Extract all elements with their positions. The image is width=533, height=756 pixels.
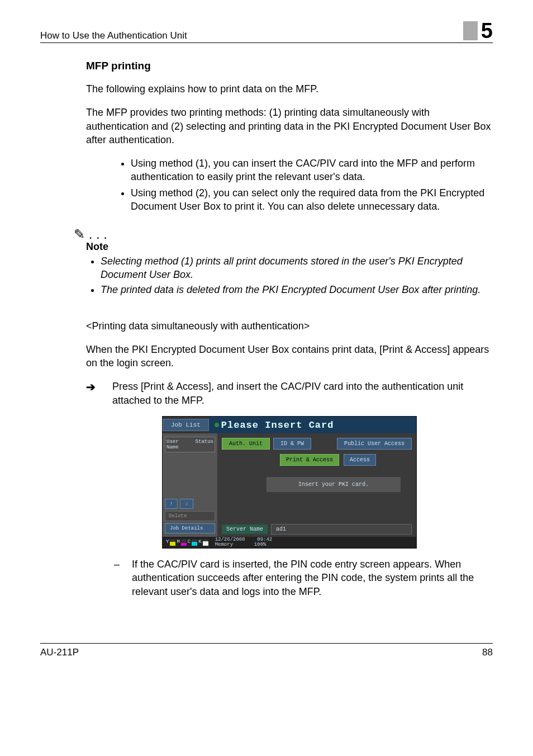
toner-y-icon	[170, 539, 175, 546]
toner-m-label: M	[177, 539, 179, 546]
note-label: Note	[86, 241, 493, 253]
access-button[interactable]: Access	[344, 454, 376, 466]
scroll-up-button[interactable]: ↑	[165, 499, 178, 509]
substep-row: – If the CAC/PIV card is inserted, the P…	[114, 557, 493, 598]
tab-public-access[interactable]: Public User Access	[337, 438, 412, 450]
col-status: Status	[196, 439, 213, 450]
substep-text: If the CAC/PIV card is inserted, the PIN…	[132, 557, 493, 598]
step-text: Press [Print & Access], and insert the C…	[112, 380, 493, 407]
paragraph: When the PKI Encrypted Document User Box…	[86, 343, 493, 370]
mfp-screenshot: Job List Please Insert Card UserName Sta…	[162, 416, 417, 549]
toner-m-icon	[181, 539, 187, 546]
dash-icon: –	[114, 557, 120, 598]
mfp-sidebar: UserName Status ↑ ↓ Delete Job Details	[163, 433, 217, 537]
job-details-button[interactable]: Job Details	[165, 523, 215, 533]
server-name-value[interactable]: ad1	[271, 524, 412, 535]
toner-k-label: K	[198, 539, 201, 546]
footer-model: AU-211P	[40, 647, 79, 658]
insert-card-message: Insert your PKI card.	[266, 477, 401, 492]
toner-levels: Y M C K	[163, 539, 212, 546]
bullet-item: Using method (2), you can select only th…	[131, 186, 493, 214]
bullet-list: Using method (1), you can insert the CAC…	[86, 157, 493, 213]
section-heading: MFP printing	[86, 60, 493, 72]
toner-c-icon	[192, 539, 197, 546]
chapter-number: 5	[481, 20, 493, 41]
toner-c-label: C	[188, 539, 191, 546]
subheading: <Printing data simultaneously with authe…	[86, 319, 493, 333]
arrow-icon: ➔	[86, 380, 96, 407]
scroll-down-button[interactable]: ↓	[180, 499, 193, 509]
page-footer: AU-211P 88	[40, 643, 493, 658]
col-user: UserName	[166, 439, 179, 450]
mfp-title: Please Insert Card	[209, 417, 416, 433]
toner-k-icon	[203, 539, 208, 546]
footer-datetime: 12/26/2008 09:42 Memory 100%	[212, 537, 276, 547]
job-list-tab[interactable]: Job List	[163, 419, 209, 431]
print-access-button[interactable]: Print & Access	[280, 454, 339, 466]
toner-y-label: Y	[166, 539, 169, 546]
bullet-item: Using method (1), you can insert the CAC…	[131, 157, 493, 184]
note-item: Selecting method (1) prints all print do…	[101, 255, 493, 281]
note-list: Selecting method (1) prints all print do…	[86, 255, 493, 296]
delete-button[interactable]: Delete	[165, 511, 215, 521]
tab-auth-unit[interactable]: Auth. Unit	[222, 438, 270, 450]
footer-page: 88	[482, 647, 493, 658]
tab-id-pw[interactable]: ID & PW	[273, 438, 311, 450]
header-title: How to Use the Authentication Unit	[40, 30, 187, 41]
server-name-label: Server Name	[222, 525, 268, 534]
note-icon: ✎ . . .	[74, 226, 493, 242]
note-item: The printed data is deleted from the PKI…	[101, 284, 493, 296]
header-band	[463, 21, 478, 40]
page-header: How to Use the Authentication Unit 5	[40, 20, 493, 43]
step-row: ➔ Press [Print & Access], and insert the…	[86, 380, 493, 407]
paragraph: The following explains how to print data…	[86, 82, 493, 96]
paragraph: The MFP provides two printing methods: (…	[86, 106, 493, 147]
